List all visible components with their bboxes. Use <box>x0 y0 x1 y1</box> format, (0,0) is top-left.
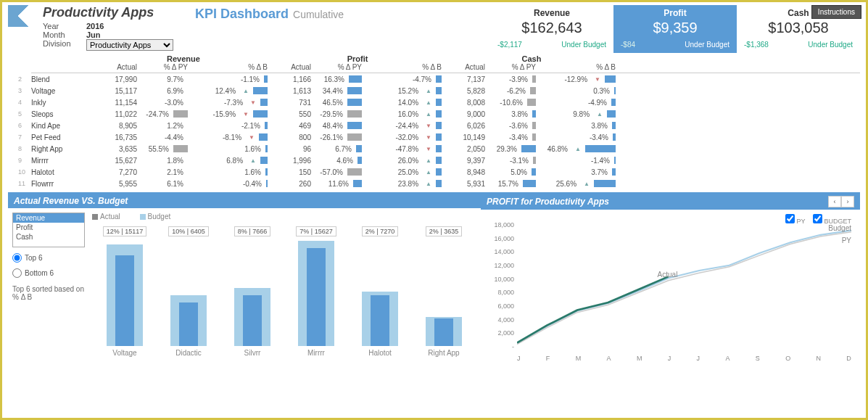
kpi-dashboard-title: KPI DashboardCumulative <box>195 7 344 22</box>
radio-top6[interactable] <box>12 253 22 263</box>
table-row: Sleops 11,022 -24.7% -15.9%▼ 550 -29.5% … <box>31 108 860 120</box>
bar-voltage: 12% | 15117 Voltage <box>99 226 150 357</box>
bar-didactic: 10% | 6405 Didactic <box>163 226 214 357</box>
instructions-button[interactable]: Instructions <box>811 5 861 19</box>
month-label: Month <box>43 30 86 39</box>
col-actual: Actual <box>96 63 140 71</box>
table-row: Blend 17,990 9.7% -1.1% 1,166 16.3% -4.7… <box>31 73 860 85</box>
table-row: Pet Feed 16,735 -4.4% -8.1%▼ 800 -26.1% … <box>31 131 860 143</box>
bar-mirrrr: 7% | 15627 Mirrrr <box>291 226 342 357</box>
radio-bottom6[interactable] <box>12 268 22 278</box>
year-value: 2016 <box>86 22 188 30</box>
col-pctpy: % Δ PY <box>140 63 191 71</box>
table-row: Halotot 7,270 2.1% 1.6% 150 -57.0% 25.0%… <box>31 166 860 178</box>
kpi-card-profit: Profit$9,359-$84Under Budget <box>613 5 737 53</box>
table-row: Right App 3,635 55.5% 1.6% 96 6.7% -47.8… <box>31 143 860 155</box>
table-row: Flowrrr 5,955 6.1% -0.4% 260 11.6% 23.8%… <box>31 178 860 189</box>
group-cash: Cash <box>445 54 619 63</box>
panel1-title: Actual Revenue VS. Budget <box>8 194 481 208</box>
page-title: Productivity Apps <box>43 5 188 20</box>
group-revenue: Revenue <box>96 54 270 63</box>
spin-left-button[interactable]: ‹ <box>828 196 841 207</box>
line-chart <box>517 221 851 350</box>
table-row: Inkly 11,154 -3.0% -7.3%▼ 731 46.5% 14.0… <box>31 96 860 108</box>
bar-halotot: 2% | 7270 Halotot <box>355 226 405 357</box>
app-logo-icon <box>8 5 37 27</box>
bar-legend: Actual Budget <box>92 213 476 221</box>
month-value: Jun <box>86 30 188 39</box>
list-item[interactable]: Cash <box>13 232 84 242</box>
metric-listbox[interactable]: RevenueProfitCash <box>12 213 85 247</box>
anno-py: PY <box>842 236 851 244</box>
table-row: Voltage 15,117 6.9% 12.4%▲ 1,613 34.4% 1… <box>31 85 860 96</box>
kpi-card-revenue: Revenue$162,643-$2,117Under Budget <box>490 5 613 53</box>
bar-silvrr: 8% | 7666 Silvrr <box>227 226 278 357</box>
list-item[interactable]: Profit <box>13 223 84 232</box>
table-row: Mirrrr 15,627 1.8% 6.8%▲ 1,996 4.6% 26.0… <box>31 155 860 166</box>
sort-note: Top 6 sorted based on % Δ B <box>12 285 92 301</box>
anno-budget: Budget <box>828 224 851 232</box>
group-profit: Profit <box>270 54 445 63</box>
division-label: Division <box>43 39 86 51</box>
spin-right-button[interactable]: › <box>841 196 854 207</box>
panel2-title: PROFIT for Productivity Apps ‹ › <box>481 194 860 210</box>
division-select[interactable]: Productivity Apps <box>86 39 173 51</box>
anno-actual: Actual <box>658 271 678 279</box>
list-item[interactable]: Revenue <box>13 213 84 223</box>
bar-right-app: 2% | 3635 Right App <box>418 226 469 357</box>
year-label: Year <box>43 22 86 30</box>
col-pctb: % Δ B <box>191 63 270 71</box>
table-row: Kind Ape 8,905 1.2% -2.1% 469 48.4% -24.… <box>31 120 860 131</box>
